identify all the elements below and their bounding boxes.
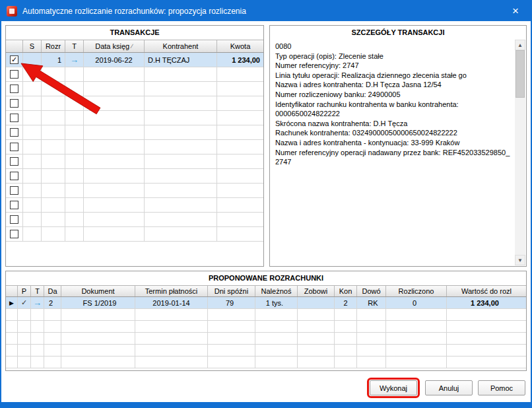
scroll-down-icon[interactable]: ▼ <box>515 255 525 265</box>
detail-line: Numer referencyjny operacji nadawany prz… <box>275 148 510 158</box>
wykonaj-button[interactable]: Wykonaj <box>370 380 417 395</box>
row-checkbox-checked[interactable]: ✓ <box>10 55 18 64</box>
transaction-row-empty[interactable] <box>6 96 263 111</box>
col-header-rozliczono[interactable]: Rozliczono <box>386 286 447 296</box>
proposed-row-empty[interactable] <box>6 333 526 345</box>
pomoc-button[interactable]: Pomoc <box>478 380 525 395</box>
col-header-wartosc[interactable]: Wartość do rozl <box>447 286 526 296</box>
col-header-checkbox[interactable] <box>6 40 23 52</box>
row-check-icon: ✓ <box>18 297 31 308</box>
transaction-row-empty[interactable] <box>6 213 263 227</box>
col-header-naleznosc[interactable]: Należnoś <box>255 286 298 296</box>
transaction-row-empty[interactable] <box>6 169 263 184</box>
row-checkbox[interactable] <box>10 186 18 195</box>
transfer-arrow-icon: → <box>33 298 42 308</box>
detail-line: Nazwa i adres kontrahenta - kontynuacja:… <box>275 138 510 148</box>
row-checkbox[interactable] <box>10 114 18 122</box>
transaction-row-empty[interactable] <box>6 111 263 125</box>
proposed-header-row: P T Da Dokument Termin płatności Dni spó… <box>6 285 526 297</box>
detail-line: Linia tytułu operacji: Realizacja dzienn… <box>275 71 510 81</box>
cell-t: → <box>65 53 84 67</box>
col-header-kon[interactable]: Kon <box>335 286 357 296</box>
window-bottom-border <box>1 402 531 407</box>
col-header-rozr[interactable]: Rozr <box>42 40 65 52</box>
row-checkbox[interactable] <box>10 99 18 108</box>
cell-naleznosc: 1 tys. <box>255 297 298 308</box>
col-header-dni[interactable]: Dni spóźni <box>208 286 255 296</box>
transaction-row-empty[interactable] <box>6 227 263 242</box>
col-header-da[interactable]: Da <box>44 286 61 296</box>
transactions-panel: TRANSAKCJE S Rozr T Data księg ∕ Kontrah… <box>5 25 264 267</box>
transactions-header-row: S Rozr T Data księg ∕ Kontrahent Kwota <box>6 40 263 53</box>
proposed-row-empty[interactable] <box>6 345 526 357</box>
annotation-highlight-rect: Wykonaj <box>367 378 420 398</box>
row-checkbox[interactable] <box>10 85 18 93</box>
row-checkbox[interactable] <box>10 128 18 137</box>
cell-dokument: FS 1/2019 <box>61 297 135 308</box>
cell-kwota: 1 234,00 <box>217 53 263 67</box>
transaction-row-empty[interactable] <box>6 67 263 82</box>
detail-line: Skrócona nazwa kontrahenta: D.H Tęcza <box>275 119 510 129</box>
detail-line: Numer referencyjny: 2747 <box>275 61 510 71</box>
dialog-content: TRANSAKCJE S Rozr T Data księg ∕ Kontrah… <box>1 21 531 402</box>
scrollbar-thumb[interactable] <box>515 50 525 98</box>
button-row: Wykonaj Anuluj Pomoc <box>5 378 527 398</box>
col-header-marker[interactable] <box>6 286 18 296</box>
cell-wartosc: 1 234,00 <box>447 297 526 308</box>
title-bar: Automatyczne rozliczanie rozrachunków: p… <box>1 1 531 21</box>
transfer-arrow-icon: → <box>70 55 79 65</box>
col-header-kontrahent[interactable]: Kontrahent <box>145 40 217 52</box>
anuluj-button[interactable]: Anuluj <box>425 380 473 395</box>
details-panel: SZCZEGÓŁY TRANSAKCJI 0080 Typ operacji (… <box>269 25 527 267</box>
proposed-row-empty[interactable] <box>6 357 526 368</box>
scrollbar-track[interactable] <box>515 50 525 255</box>
detail-line: Typ operacji (opis): Zlecenie stałe <box>275 51 510 61</box>
col-header-p[interactable]: P <box>18 286 31 296</box>
scroll-up-icon[interactable]: ▲ <box>515 40 525 50</box>
transaction-details-text: 0080 Typ operacji (opis): Zlecenie stałe… <box>270 40 526 169</box>
proposed-row-empty[interactable] <box>6 321 526 333</box>
row-checkbox[interactable] <box>10 215 18 224</box>
transaction-row-empty[interactable] <box>6 184 263 198</box>
col-header-zobow[interactable]: Zobowi <box>298 286 335 296</box>
col-header-data-ksieg[interactable]: Data księg ∕ <box>84 40 145 52</box>
col-header-kwota[interactable]: Kwota <box>217 40 263 52</box>
close-button[interactable]: × <box>500 1 531 21</box>
transaction-row-empty[interactable] <box>6 125 263 140</box>
cell-t: → <box>31 297 44 308</box>
row-checkbox[interactable] <box>10 230 18 238</box>
details-scrollbar[interactable]: ▲ ▼ <box>515 40 525 265</box>
transaction-row-empty[interactable] <box>6 82 263 96</box>
dialog-window: Automatyczne rozliczanie rozrachunków: p… <box>0 0 532 408</box>
detail-line: Identyfikator rachunku kontrahenta w ban… <box>275 100 510 110</box>
col-header-s[interactable]: S <box>23 40 42 52</box>
cell-s <box>23 53 42 67</box>
col-header-termin[interactable]: Termin płatności <box>135 286 208 296</box>
window-title: Automatyczne rozliczanie rozrachunków: p… <box>22 7 500 16</box>
row-checkbox[interactable] <box>10 172 18 180</box>
transaction-row-empty[interactable] <box>6 140 263 154</box>
row-checkbox[interactable] <box>10 201 18 209</box>
transaction-row-selected[interactable]: ✓ 1 → 2019-06-22 D.H TĘCZAJ 1 234,00 <box>6 53 263 67</box>
detail-line: Numer rozliczeniowy banku: 24900005 <box>275 90 510 100</box>
cell-dowod: RK <box>357 297 386 308</box>
row-checkbox[interactable] <box>10 157 18 166</box>
check-icon: ✓ <box>11 56 17 63</box>
col-header-t[interactable]: T <box>31 286 44 296</box>
row-checkbox[interactable] <box>10 143 18 151</box>
cell-kon: 2 <box>335 297 357 308</box>
row-checkbox[interactable] <box>10 70 18 79</box>
detail-line: 0080 <box>275 42 510 51</box>
details-title: SZCZEGÓŁY TRANSAKCJI <box>270 26 526 40</box>
sort-asc-icon: ∕ <box>131 43 133 50</box>
proposed-row-selected[interactable]: ▶ ✓ → 2 FS 1/2019 2019-01-14 79 1 tys. 2… <box>6 297 526 309</box>
col-header-dokument[interactable]: Dokument <box>61 286 135 296</box>
transaction-row-empty[interactable] <box>6 154 263 169</box>
cell-rozliczono: 0 <box>386 297 447 308</box>
transaction-row-empty[interactable] <box>6 198 263 213</box>
detail-line: 2747 <box>275 157 510 167</box>
cell-termin: 2019-01-14 <box>135 297 208 308</box>
col-header-dowod[interactable]: Dowó <box>357 286 386 296</box>
col-header-t[interactable]: T <box>65 40 84 52</box>
proposed-row-empty[interactable] <box>6 309 526 321</box>
